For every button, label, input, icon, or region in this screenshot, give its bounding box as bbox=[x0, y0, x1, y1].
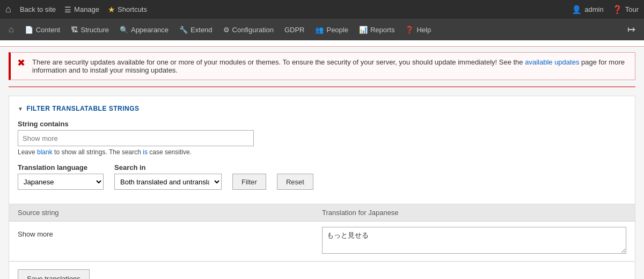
alert-divider bbox=[9, 87, 635, 87]
nav-reports-label: Reports bbox=[370, 26, 395, 34]
nav-people-icon: 👥 bbox=[315, 26, 324, 34]
admin-bar-left: ⌂ Back to site ☰ Manage ★ Shortcuts bbox=[5, 4, 147, 15]
nav-content-label: Content bbox=[36, 26, 61, 34]
translation-language-label: Translation language bbox=[18, 163, 104, 171]
nav-people[interactable]: 👥 People bbox=[310, 19, 353, 40]
collapse-icon: ↦ bbox=[627, 24, 635, 35]
scrolled-partial bbox=[0, 40, 644, 47]
shortcuts-label: Shortcuts bbox=[118, 5, 147, 13]
filter-button[interactable]: Filter bbox=[232, 174, 266, 190]
home-icon: ⌂ bbox=[5, 4, 11, 15]
nav-gdpr-label: GDPR bbox=[284, 26, 305, 34]
nav-help-icon: ❓ bbox=[405, 26, 414, 34]
nav-appearance[interactable]: 🔍 Appearance bbox=[114, 19, 174, 40]
triangle-icon: ▼ bbox=[18, 106, 23, 112]
nav-configuration[interactable]: ⚙ Configuration bbox=[218, 19, 279, 40]
back-to-site-link[interactable]: Back to site bbox=[20, 5, 56, 13]
nav-gdpr[interactable]: GDPR bbox=[279, 19, 310, 40]
translation-language-select[interactable]: Japanese bbox=[18, 174, 104, 190]
tour-label: Tour bbox=[625, 5, 639, 13]
nav-help[interactable]: ❓ Help bbox=[400, 19, 436, 40]
nav-appearance-icon: 🔍 bbox=[120, 26, 128, 34]
manage-link[interactable]: ☰ Manage bbox=[64, 5, 99, 14]
admin-user-link[interactable]: 👤 admin bbox=[572, 5, 603, 15]
translation-textarea[interactable]: もっと見せる bbox=[322, 227, 626, 254]
nav-configuration-icon: ⚙ bbox=[223, 26, 230, 34]
search-in-label: Search in bbox=[114, 163, 222, 171]
nav-extend-icon: 🔧 bbox=[179, 26, 188, 34]
nav-home-icon: ⌂ bbox=[9, 25, 14, 34]
nav-home[interactable]: ⌂ bbox=[3, 19, 19, 40]
nav-people-label: People bbox=[326, 26, 348, 34]
nav-content-icon: 📄 bbox=[25, 26, 33, 34]
admin-bar: ⌂ Back to site ☰ Manage ★ Shortcuts 👤 ad… bbox=[0, 0, 644, 19]
is-highlight: is bbox=[143, 148, 148, 156]
table-row: Show more もっと見せる bbox=[9, 221, 635, 261]
main-nav: ⌂ 📄 Content 🏗 Structure 🔍 Appearance 🔧 E… bbox=[0, 19, 644, 40]
save-area: Save translations bbox=[9, 262, 635, 279]
content-area: ✖ There are security updates available f… bbox=[0, 47, 644, 279]
nav-structure[interactable]: 🏗 Structure bbox=[65, 19, 114, 40]
admin-label: admin bbox=[584, 5, 603, 13]
home-icon-link[interactable]: ⌂ bbox=[5, 4, 11, 15]
admin-bar-right: 👤 admin ❓ Tour bbox=[572, 5, 639, 15]
security-alert: ✖ There are security updates available f… bbox=[9, 52, 635, 80]
table-header: Source string Translation for Japanese bbox=[9, 204, 635, 221]
tour-link[interactable]: ❓ Tour bbox=[612, 5, 639, 15]
shortcuts-link[interactable]: ★ Shortcuts bbox=[108, 5, 147, 15]
question-icon: ❓ bbox=[612, 5, 623, 15]
nav-collapse[interactable]: ↦ bbox=[622, 24, 641, 35]
nav-help-label: Help bbox=[416, 26, 431, 34]
filter-title: ▼ FILTER TRANSLATABLE STRINGS bbox=[18, 105, 626, 112]
manage-icon: ☰ bbox=[64, 5, 71, 14]
filter-panel: ▼ FILTER TRANSLATABLE STRINGS String con… bbox=[9, 96, 635, 204]
translation-header: Translation for Japanese bbox=[322, 209, 626, 217]
string-contains-label: String contains bbox=[18, 120, 626, 128]
filter-title-text: FILTER TRANSLATABLE STRINGS bbox=[26, 105, 139, 112]
nav-configuration-label: Configuration bbox=[232, 26, 274, 34]
nav-reports[interactable]: 📊 Reports bbox=[354, 19, 400, 40]
nav-structure-label: Structure bbox=[80, 26, 109, 34]
alert-icon: ✖ bbox=[17, 58, 25, 68]
nav-structure-icon: 🏗 bbox=[71, 26, 78, 34]
reset-button[interactable]: Reset bbox=[277, 174, 313, 190]
save-translations-button[interactable]: Save translations bbox=[18, 269, 90, 279]
search-in-select[interactable]: Both translated and untranslated Only tr… bbox=[114, 174, 222, 190]
string-contains-hint: Leave blank to show all strings. The sea… bbox=[18, 148, 626, 156]
source-cell: Show more bbox=[18, 227, 322, 238]
source-header: Source string bbox=[18, 209, 322, 217]
string-contains-input[interactable] bbox=[18, 130, 254, 146]
nav-extend[interactable]: 🔧 Extend bbox=[174, 19, 217, 40]
translation-language-col: Translation language Japanese bbox=[18, 163, 104, 190]
star-icon: ★ bbox=[108, 5, 115, 15]
search-in-col: Search in Both translated and untranslat… bbox=[114, 163, 222, 190]
filter-options-row: Translation language Japanese Search in … bbox=[18, 163, 626, 190]
nav-appearance-label: Appearance bbox=[131, 26, 169, 34]
string-contains-group: String contains Leave blank to show all … bbox=[18, 120, 626, 156]
person-icon: 👤 bbox=[572, 5, 582, 15]
available-updates-link[interactable]: available updates bbox=[525, 58, 581, 66]
translation-cell: もっと見せる bbox=[322, 227, 626, 255]
nav-content[interactable]: 📄 Content bbox=[19, 19, 66, 40]
alert-message-1: There are security updates available for… bbox=[32, 58, 523, 66]
manage-label: Manage bbox=[74, 5, 99, 13]
back-to-site-label: Back to site bbox=[20, 5, 56, 13]
nav-reports-icon: 📊 bbox=[359, 26, 368, 34]
nav-extend-label: Extend bbox=[191, 26, 212, 34]
translation-table: Source string Translation for Japanese S… bbox=[9, 204, 635, 262]
blank-highlight: blank bbox=[37, 148, 53, 156]
